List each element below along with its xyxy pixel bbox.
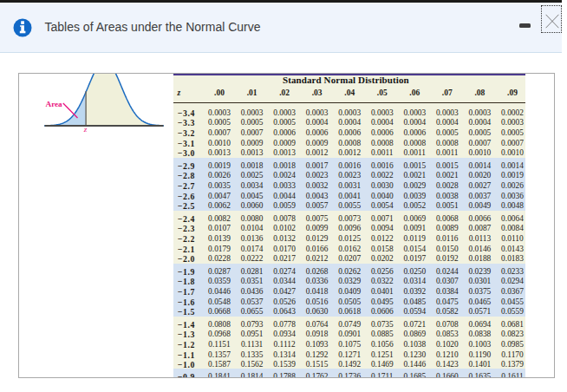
svg-text:Area: Area	[46, 100, 63, 108]
